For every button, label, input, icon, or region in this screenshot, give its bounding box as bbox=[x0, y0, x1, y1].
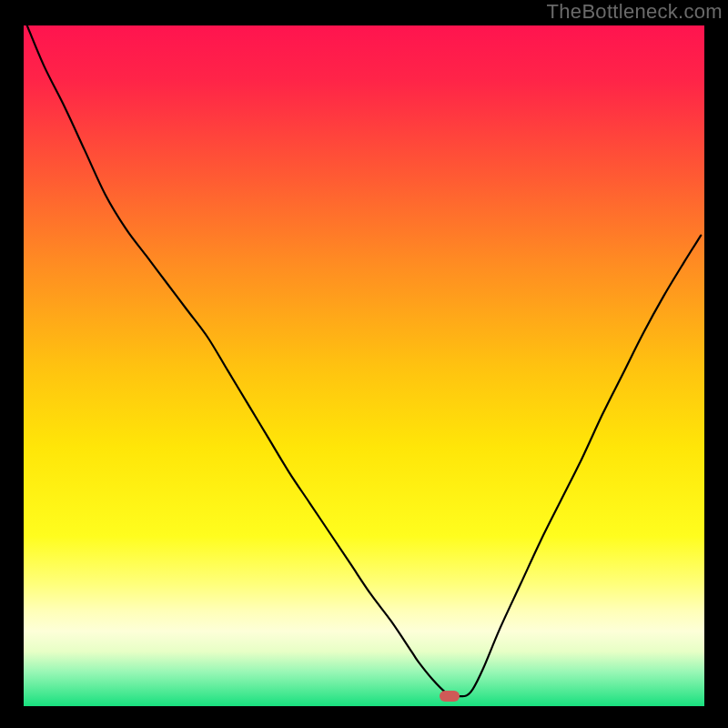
watermark-label: TheBottleneck.com bbox=[547, 0, 723, 24]
minimum-marker bbox=[440, 691, 460, 702]
chart-container: TheBottleneck.com bbox=[0, 0, 728, 728]
curve-line bbox=[24, 25, 704, 703]
plot-area bbox=[24, 25, 704, 703]
